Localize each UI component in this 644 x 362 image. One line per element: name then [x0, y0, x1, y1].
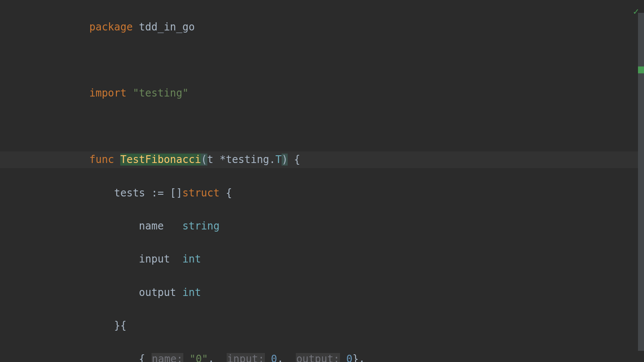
code-line[interactable]: package tdd_in_go	[89, 19, 644, 36]
param-hint-input: input:	[227, 353, 265, 362]
keyword-struct: struct	[182, 187, 220, 199]
code-line[interactable]: { name: "0", input: 0, output: 0},	[89, 351, 644, 362]
scrollbar-thumb[interactable]	[638, 13, 644, 351]
param-hint-output: output:	[296, 353, 340, 362]
literal-string: "0"	[189, 353, 208, 362]
function-name: TestFibonacci	[120, 154, 201, 166]
type-int: int	[182, 253, 201, 265]
type-int: int	[182, 287, 201, 299]
field-output: output	[139, 287, 182, 299]
code-line-active[interactable]: func TestFibonacci(t *testing.T) {	[0, 151, 644, 168]
keyword-package: package	[89, 21, 133, 33]
paren-close: )	[282, 154, 288, 166]
param-hint-name: name:	[152, 353, 183, 362]
brace-open: {	[288, 154, 300, 166]
code-line[interactable]: name string	[89, 218, 644, 235]
code-editor[interactable]: package tdd_in_go import "testing" func …	[0, 0, 644, 362]
code-line[interactable]	[89, 118, 644, 135]
import-path: "testing"	[133, 87, 188, 99]
vertical-scrollbar[interactable]	[638, 13, 644, 351]
field-name: name	[139, 220, 182, 232]
code-line[interactable]: }{	[89, 317, 644, 334]
struct-close: }{	[114, 320, 127, 332]
type-string: string	[182, 220, 220, 232]
field-input: input	[139, 253, 182, 265]
code-line[interactable]	[89, 52, 644, 69]
paren-open: (	[201, 154, 207, 166]
literal-number: 0	[346, 353, 352, 362]
brace-open: {	[219, 187, 232, 199]
func-params: t *testing.	[207, 154, 276, 166]
type-T: T	[276, 154, 282, 166]
literal-number: 0	[271, 353, 277, 362]
code-line[interactable]: tests := []struct {	[89, 185, 644, 202]
gutter-change-marker[interactable]	[638, 66, 644, 73]
code-line[interactable]: input int	[89, 251, 644, 268]
code-line[interactable]: import "testing"	[89, 85, 644, 102]
tests-decl: tests := []	[114, 187, 182, 199]
code-line[interactable]: output int	[89, 284, 644, 301]
package-name: tdd_in_go	[139, 21, 195, 33]
keyword-import: import	[89, 87, 127, 99]
keyword-func: func	[89, 154, 114, 166]
